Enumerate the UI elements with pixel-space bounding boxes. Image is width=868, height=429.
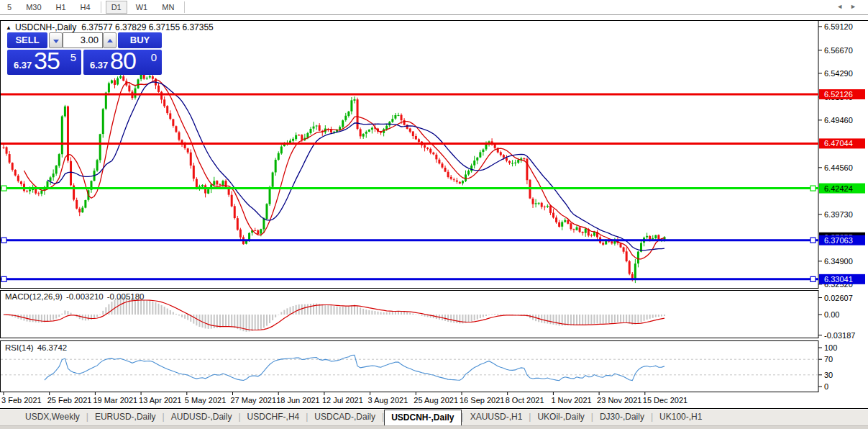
- svg-text:6.56670: 6.56670: [824, 46, 853, 55]
- svg-text:0.00: 0.00: [824, 310, 839, 319]
- macd-name: MACD(12,26,9): [5, 292, 63, 301]
- macd-value: -0.003210: [66, 292, 104, 301]
- rsi-pane: [1, 341, 819, 392]
- svg-text:8 Oct 2021: 8 Oct 2021: [506, 396, 544, 405]
- svg-text:6.42424: 6.42424: [824, 184, 853, 193]
- volume-input[interactable]: 3.00: [63, 32, 103, 48]
- svg-text:6.59120: 6.59120: [824, 22, 853, 31]
- buy-price-display[interactable]: 6.37 80 0: [83, 50, 162, 75]
- svg-text:6.34900: 6.34900: [824, 257, 853, 266]
- svg-text:27 May 2021: 27 May 2021: [231, 396, 277, 405]
- indicator-axes: 0.026070.00-0.0318710070300: [818, 294, 855, 391]
- rsi-value: 46.3742: [37, 343, 68, 352]
- collapse-chart-icon[interactable]: ▲: [6, 24, 12, 31]
- buy-price-pip: 0: [151, 51, 157, 63]
- svg-text:6.54290: 6.54290: [824, 69, 853, 78]
- svg-text:13 Apr 2021: 13 Apr 2021: [139, 396, 181, 405]
- macd-indicator-label: MACD(12,26,9)-0.003210-0.005180: [5, 292, 147, 301]
- buy-price-main: 80: [110, 47, 136, 75]
- price-axis: 6.591206.566706.542906.518406.494606.445…: [818, 22, 853, 289]
- svg-text:-0.03187: -0.03187: [824, 331, 855, 340]
- svg-text:3 Feb 2021: 3 Feb 2021: [1, 396, 42, 405]
- svg-text:12 Jul 2021: 12 Jul 2021: [322, 396, 363, 405]
- one-click-trade-panel: SELL 3.00 BUY 6.37 35 5 6.37 80 0: [7, 32, 162, 76]
- svg-text:6.33041: 6.33041: [824, 275, 853, 284]
- svg-text:16 Sep 2021: 16 Sep 2021: [460, 396, 504, 405]
- sell-price-main: 35: [34, 47, 60, 75]
- svg-text:100: 100: [824, 343, 837, 352]
- buy-price-prefix: 6.37: [90, 60, 108, 71]
- date-axis: 3 Feb 202125 Feb 202119 Mar 202113 Apr 2…: [1, 392, 687, 405]
- level-handle: [810, 186, 816, 191]
- svg-text:18 Jun 2021: 18 Jun 2021: [276, 396, 320, 405]
- level-handle: [810, 238, 816, 243]
- sell-price-pip: 5: [70, 51, 76, 63]
- svg-text:25 Feb 2021: 25 Feb 2021: [47, 396, 92, 405]
- volume-decrease-button[interactable]: [49, 32, 63, 48]
- svg-text:1 Nov 2021: 1 Nov 2021: [551, 396, 591, 405]
- svg-text:5 May 2021: 5 May 2021: [185, 396, 226, 405]
- buy-button[interactable]: BUY: [118, 32, 162, 48]
- triangle-down-icon: [53, 40, 59, 43]
- svg-text:6.39730: 6.39730: [824, 210, 853, 219]
- svg-text:70: 70: [824, 355, 833, 363]
- level-handle: [1, 238, 6, 243]
- ohlc-quotes: 6.37577 6.37829 6.37155 6.37355: [81, 22, 214, 32]
- level-handle: [1, 276, 6, 281]
- svg-text:30: 30: [824, 371, 833, 379]
- sell-price-prefix: 6.37: [14, 60, 32, 71]
- svg-text:19 Mar 2021: 19 Mar 2021: [93, 396, 137, 405]
- volume-increase-button[interactable]: [103, 32, 117, 48]
- svg-text:3 Aug 2021: 3 Aug 2021: [368, 396, 408, 405]
- sell-button[interactable]: SELL: [7, 32, 47, 48]
- svg-text:6.49460: 6.49460: [824, 116, 853, 125]
- triangle-up-icon: [107, 39, 113, 42]
- svg-text:6.37063: 6.37063: [824, 236, 853, 245]
- level-handle: [1, 186, 6, 191]
- svg-text:0: 0: [824, 382, 828, 391]
- svg-text:6.44560: 6.44560: [824, 163, 853, 172]
- chart-symbol-period: USDCNH-,Daily: [15, 22, 76, 32]
- rsi-indicator-label: RSI(14)46.3742: [5, 343, 70, 352]
- level-handle: [810, 276, 816, 281]
- chart-title: ▲USDCNH-,Daily6.37577 6.37829 6.37155 6.…: [6, 22, 214, 32]
- svg-text:23 Nov 2021: 23 Nov 2021: [597, 396, 641, 405]
- rsi-name: RSI(14): [5, 343, 34, 352]
- macd-signal-value: -0.005180: [107, 292, 145, 301]
- sell-price-display[interactable]: 6.37 35 5: [7, 50, 81, 75]
- svg-text:0.02607: 0.02607: [824, 294, 853, 302]
- svg-text:15 Dec 2021: 15 Dec 2021: [643, 396, 687, 405]
- svg-text:25 Aug 2021: 25 Aug 2021: [414, 396, 458, 405]
- svg-text:6.52126: 6.52126: [824, 90, 853, 99]
- svg-text:6.47044: 6.47044: [824, 139, 853, 148]
